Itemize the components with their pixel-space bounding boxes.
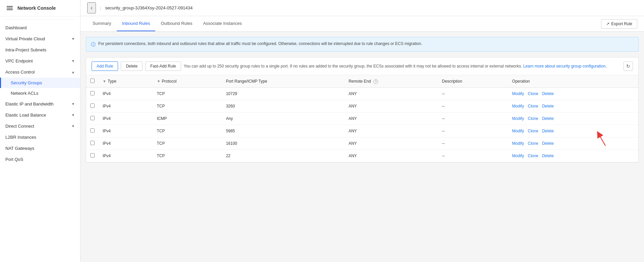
cell-remote-end: ANY <box>344 88 438 100</box>
sidebar-item-elastic-ip[interactable]: Elastic IP and Bandwidth ▼ <box>0 98 80 110</box>
delete-link[interactable]: Delete <box>542 116 554 121</box>
modify-link[interactable]: Modify <box>512 91 524 96</box>
sidebar-item-access-control[interactable]: Access Control ▲ <box>0 67 80 78</box>
clone-link[interactable]: Clone <box>528 104 538 108</box>
clone-link[interactable]: Clone <box>528 91 538 96</box>
delete-link[interactable]: Delete <box>542 104 554 108</box>
tabs-bar: Summary Inbound Rules Outbound Rules Ass… <box>80 16 644 32</box>
chevron-down-icon: ▼ <box>71 59 75 63</box>
tab-outbound-rules[interactable]: Outbound Rules <box>155 16 198 31</box>
cell-port-range: 5985 <box>222 125 344 137</box>
sidebar-item-elastic-load[interactable]: Elastic Load Balance ▼ <box>0 110 80 121</box>
sidebar-item-l2br[interactable]: L2BR Instances <box>0 132 80 143</box>
delete-link[interactable]: Delete <box>542 154 554 158</box>
tab-summary[interactable]: Summary <box>87 16 117 31</box>
clone-link[interactable]: Clone <box>528 116 538 121</box>
clone-link[interactable]: Clone <box>528 129 538 133</box>
table-container: ▼ Type ▼ Protocol P <box>86 75 638 162</box>
table-row: IPv4 TCP 16100 ANY -- Modify Clone Delet… <box>86 137 638 150</box>
delete-button[interactable]: Delete <box>121 61 143 71</box>
sidebar: Network Console Dashboard Virtual Privat… <box>0 0 80 262</box>
sidebar-title: Network Console <box>17 5 56 11</box>
cell-remote-end: ANY <box>344 100 438 113</box>
topbar: ‹ | security_group-3J364Xsy-2024-0527-09… <box>80 0 644 16</box>
table-row: IPv4 TCP 5985 ANY -- Modify Clone Delete <box>86 125 638 137</box>
hamburger-menu[interactable] <box>5 5 14 11</box>
sidebar-item-port-qos[interactable]: Port QoS <box>0 154 80 165</box>
col-type: ▼ Type <box>99 75 153 88</box>
add-rule-button[interactable]: Add Rule <box>92 61 118 71</box>
row-checkbox[interactable] <box>90 91 95 95</box>
rules-table: ▼ Type ▼ Protocol P <box>86 75 638 162</box>
export-icon: ↗ <box>606 21 609 26</box>
cell-protocol: TCP <box>153 137 222 150</box>
delete-link[interactable]: Delete <box>542 129 554 133</box>
cell-protocol: TCP <box>153 150 222 162</box>
tab-associate-instances[interactable]: Associate Instances <box>198 16 247 31</box>
sidebar-divider <box>5 19 75 19</box>
modify-link[interactable]: Modify <box>512 154 524 158</box>
row-checkbox[interactable] <box>90 153 95 158</box>
row-checkbox[interactable] <box>90 128 95 133</box>
clone-link[interactable]: Clone <box>528 154 538 158</box>
cell-description: -- <box>438 100 508 113</box>
modify-link[interactable]: Modify <box>512 129 524 133</box>
fast-add-rule-button[interactable]: Fast-Add Rule <box>145 61 181 71</box>
filter-icon: ▼ <box>103 79 106 83</box>
table-row: IPv4 TCP 3260 ANY -- Modify Clone Delete <box>86 100 638 113</box>
cell-port-range: 3260 <box>222 100 344 113</box>
sidebar-item-nat[interactable]: NAT Gateways <box>0 143 80 154</box>
cell-type: IPv4 <box>99 125 153 137</box>
cell-remote-end: ANY <box>344 113 438 125</box>
action-info: You can add up to 250 security group rul… <box>184 63 621 69</box>
cell-protocol: TCP <box>153 88 222 100</box>
sidebar-item-dashboard[interactable]: Dashboard <box>0 22 80 33</box>
delete-link[interactable]: Delete <box>542 141 554 146</box>
cell-operations: Modify Clone Delete <box>508 125 638 137</box>
delete-link[interactable]: Delete <box>542 91 554 96</box>
info-banner: ⓘ For persistent connections, both inbou… <box>86 37 639 52</box>
cell-operations: Modify Clone Delete <box>508 137 638 150</box>
cell-description: -- <box>438 150 508 162</box>
cell-protocol: TCP <box>153 100 222 113</box>
cell-description: -- <box>438 125 508 137</box>
row-checkbox[interactable] <box>90 116 95 120</box>
cell-port-range: Any <box>222 113 344 125</box>
sidebar-item-network-acls[interactable]: Network ACLs <box>0 88 80 98</box>
table-row: IPv4 TCP 10729 ANY -- Modify Clone Delet… <box>86 88 638 100</box>
sidebar-item-vpc-endpoint[interactable]: VPC Endpoint ▼ <box>0 55 80 67</box>
modify-link[interactable]: Modify <box>512 116 524 121</box>
filter-icon: ▼ <box>157 79 160 83</box>
learn-more-link[interactable]: Learn more about security group configur… <box>523 64 607 69</box>
modify-link[interactable]: Modify <box>512 104 524 108</box>
cell-operations: Modify Clone Delete <box>508 100 638 113</box>
clone-link[interactable]: Clone <box>528 141 538 146</box>
sidebar-item-direct-connect[interactable]: Direct Connect ▼ <box>0 121 80 132</box>
rules-panel: Add Rule Delete Fast-Add Rule You can ad… <box>86 57 639 163</box>
cell-protocol: ICMP <box>153 113 222 125</box>
modify-link[interactable]: Modify <box>512 141 524 146</box>
back-button[interactable]: ‹ <box>87 2 96 13</box>
cell-operations: Modify Clone Delete <box>508 88 638 100</box>
cell-type: IPv4 <box>99 88 153 100</box>
info-icon: ⓘ <box>91 41 96 48</box>
sidebar-sub-access-control: Security Groups Network ACLs <box>0 78 80 98</box>
row-checkbox[interactable] <box>90 103 95 108</box>
sidebar-item-subnets[interactable]: Intra-Project Subnets <box>0 44 80 55</box>
chevron-down-icon: ▼ <box>71 37 75 41</box>
select-all-checkbox[interactable] <box>90 79 95 83</box>
main-content: ‹ | security_group-3J364Xsy-2024-0527-09… <box>80 0 644 262</box>
help-icon[interactable]: ? <box>373 79 378 84</box>
refresh-button[interactable]: ↻ <box>624 61 633 71</box>
cell-type: IPv4 <box>99 113 153 125</box>
sidebar-item-security-groups[interactable]: Security Groups <box>0 78 80 88</box>
cell-port-range: 10729 <box>222 88 344 100</box>
row-checkbox[interactable] <box>90 141 95 145</box>
cell-description: -- <box>438 113 508 125</box>
cell-description: -- <box>438 88 508 100</box>
cell-operations: Modify Clone Delete <box>508 150 638 162</box>
sidebar-item-vpc[interactable]: Virtual Private Cloud ▼ <box>0 33 80 44</box>
cell-remote-end: ANY <box>344 125 438 137</box>
tab-inbound-rules[interactable]: Inbound Rules <box>117 16 156 31</box>
export-rule-button[interactable]: ↗ Export Rule <box>601 19 637 29</box>
